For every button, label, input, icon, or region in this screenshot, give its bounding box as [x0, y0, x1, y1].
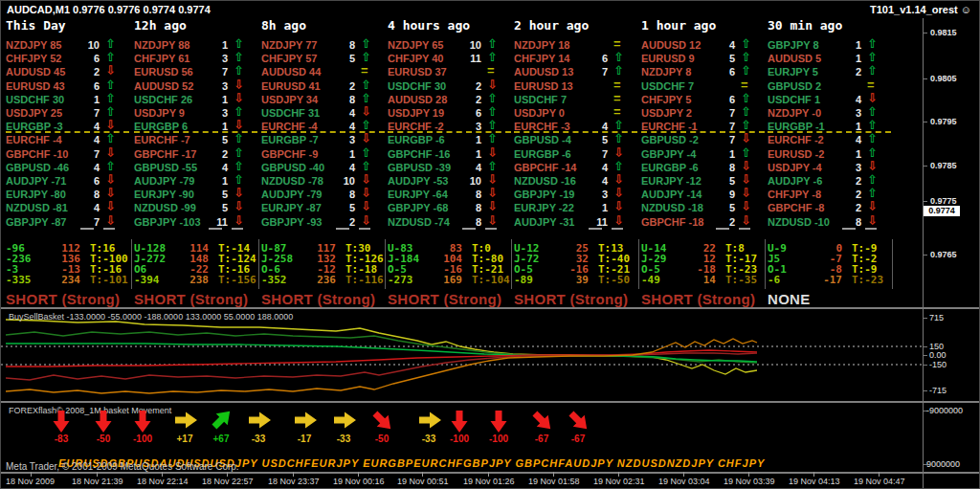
- pair-name-value: EURUSD 43: [6, 80, 65, 92]
- trend-up-icon: ⇧: [361, 93, 371, 103]
- trend-up-icon: ⇧: [613, 52, 624, 62]
- pair-name-value: USDCHF 7: [641, 80, 694, 92]
- trend-up-icon: ⇧: [613, 120, 624, 130]
- trend-count: 10: [460, 175, 481, 187]
- pair-name-value: AUDJPY -14: [641, 189, 702, 200]
- pair-name-value: USDJPY 2: [641, 107, 692, 119]
- trend-count: 1: [78, 94, 100, 105]
- trend-count: 3: [207, 80, 228, 92]
- summary-basket-value: -49: [641, 274, 660, 286]
- trend-up-icon: ⇧: [361, 161, 371, 171]
- trend-down-icon: ⇩: [741, 133, 751, 144]
- trend-equal-icon: =: [361, 65, 368, 76]
- trend-down-icon: ⇩: [234, 93, 244, 103]
- pair-name-value: EURJPY -22: [514, 202, 574, 213]
- pair-name-value: CHFJPY 40: [388, 53, 444, 64]
- column-underline-mark: [209, 228, 222, 230]
- indicator-column: 2 hour agoNZDJPY 18=CHFJPY 146⇧AUDUSD 13…: [514, 1, 639, 307]
- trend-up-icon: ⇧: [867, 133, 878, 144]
- pair-name-value: NZDUSD -81: [6, 202, 68, 213]
- flash-arrow-right-icon: [295, 412, 317, 429]
- zero-divider-line: [641, 131, 765, 133]
- trend-down-icon: ⇩: [234, 201, 244, 211]
- trend-up-icon: ⇧: [487, 133, 498, 144]
- price-axis[interactable]: [923, 18, 924, 489]
- trend-up-icon: ⇧: [105, 93, 116, 103]
- flash-arrow-value: -33: [241, 433, 276, 444]
- trend-up-icon: ⇧: [741, 147, 751, 158]
- terminal-chart-window[interactable]: AUDCAD,M1 0.9776 0.9776 0.9774 0.9774 T1…: [0, 0, 980, 489]
- pair-row: NZDUSD -108⇩: [768, 216, 893, 229]
- signal-label: NONE: [768, 291, 811, 307]
- indicator-column: 4 hours agoNZDJPY 6510⇧CHFJPY 4011⇧EURUS…: [388, 1, 513, 307]
- trend-down-icon: ⇩: [487, 215, 498, 226]
- signal-label: SHORT (Strong): [641, 291, 755, 307]
- signal-label: SHORT (Strong): [388, 291, 501, 307]
- pair-name-value: EURUSD 9: [641, 53, 695, 64]
- trend-count: 2: [78, 66, 100, 78]
- price-axis-tick: [923, 255, 927, 256]
- trend-down-icon: ⇩: [867, 161, 878, 171]
- trend-count: 4: [334, 162, 355, 173]
- flash-arrow-value: -67: [524, 433, 559, 444]
- signal-label: SHORT (Strong): [134, 291, 248, 307]
- pair-name-value: EURGBP -7: [261, 134, 319, 145]
- trend-up-icon: ⇧: [741, 65, 751, 76]
- trend-down-icon: ⇩: [361, 201, 371, 211]
- trend-count: 4: [78, 162, 100, 173]
- trend-down-icon: ⇩: [234, 188, 244, 198]
- flash-arrow-value: -67: [561, 433, 595, 444]
- flash-arrow-value: +67: [204, 433, 238, 444]
- basket-chart-canvas[interactable]: [1, 309, 923, 401]
- pair-name-value: GBPCHF -10: [6, 148, 68, 160]
- pair-name-value: GBPUSD -46: [6, 162, 69, 173]
- pair-name-value: EURUSD 41: [261, 80, 321, 92]
- pair-name-value: USDJPY 34: [261, 94, 318, 105]
- zero-divider-line: [388, 131, 511, 133]
- summary-row: O-5-16T:-21: [514, 263, 639, 274]
- pair-name-value: AUDUSD 12: [641, 39, 701, 51]
- trend-count: 1: [207, 175, 228, 187]
- summary-total-value: T:-156: [218, 274, 256, 286]
- pair-name-value: AUDUSD 52: [134, 80, 193, 92]
- pair-name-value: EURJPY -12: [641, 175, 702, 187]
- summary-row: U-8383T:0: [388, 242, 513, 253]
- trend-down-icon: ⇩: [105, 215, 116, 226]
- trend-count: 6: [78, 175, 100, 187]
- price-axis-tick: [923, 78, 927, 79]
- summary-total-value: T:-116: [345, 274, 384, 286]
- column-header: 2 hour ago: [514, 18, 589, 33]
- pair-name-value: USDCHF 30: [6, 94, 64, 105]
- trend-count: 7: [714, 134, 735, 145]
- trend-count: 3: [587, 189, 608, 200]
- timeline-tick: [227, 472, 228, 477]
- timeline-label: 19 Nov 04:13: [789, 477, 840, 486]
- timeline-axis[interactable]: 18 Nov 200918 Nov 21:3918 Nov 22:1418 No…: [1, 474, 980, 489]
- pair-name-value: GBPJPY 8: [768, 39, 819, 51]
- pair-name-value: GBPCHF -14: [514, 162, 576, 173]
- indicator-column: 12h agoNZDJPY 881⇧CHFJPY 613⇧EURUSD 567⇧…: [134, 1, 259, 307]
- trend-count: 3: [334, 134, 355, 145]
- pair-name-value: GBPUSD -39: [388, 162, 451, 173]
- summary-row: O-5-16T:-21: [388, 263, 513, 274]
- summary-total-value: T:-23: [852, 274, 883, 286]
- pair-name-value: GBPUSD -2: [641, 134, 699, 145]
- summary-row: -4914T:-35: [641, 274, 767, 284]
- pair-name-value: GBPCHF -17: [134, 148, 196, 160]
- trend-up-icon: ⇧: [867, 38, 878, 49]
- trend-up-icon: ⇧: [867, 188, 878, 198]
- zero-divider-line: [134, 131, 257, 133]
- column-underline-mark: [842, 228, 856, 230]
- basket-axis-tick: [923, 346, 927, 347]
- trend-down-icon: ⇩: [741, 215, 751, 226]
- trend-down-icon: ⇩: [487, 79, 498, 90]
- price-axis-label: 0.9795: [930, 117, 957, 126]
- price-axis-label: 0.9785: [930, 161, 957, 170]
- trend-equal-icon: =: [613, 79, 621, 90]
- trend-equal-icon: =: [613, 38, 621, 49]
- timeline-label: 18 Nov 23:37: [268, 477, 320, 486]
- summary-row: -335234T:-101: [6, 274, 131, 284]
- trend-count: 1: [840, 39, 861, 51]
- trend-count: 1: [840, 53, 861, 64]
- pair-name-value: EURUSD -2: [768, 148, 824, 160]
